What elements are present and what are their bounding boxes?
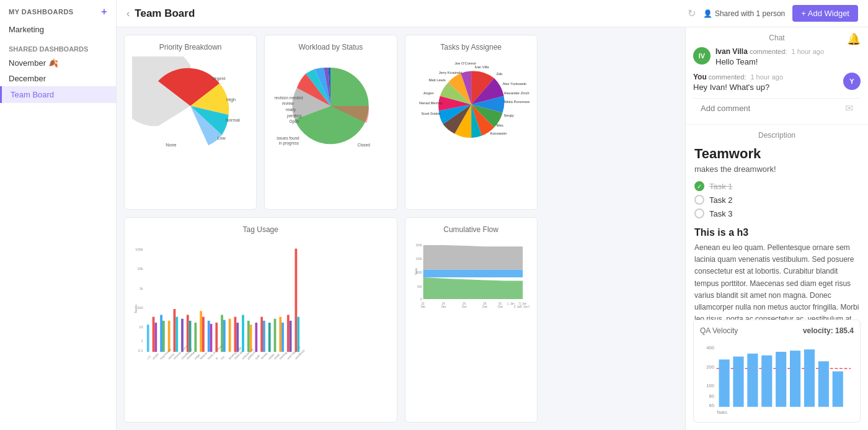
workload-widget: Workload by Status xyxy=(264,35,397,210)
svg-text:Closed: Closed xyxy=(358,143,371,147)
svg-text:Wes: Wes xyxy=(496,123,503,127)
task-item-3: Task 3 xyxy=(694,208,859,218)
task-list: ✓ Task 1 Task 2 Task 3 xyxy=(694,181,859,218)
svg-text:10: 10 xyxy=(139,325,143,329)
svg-text:7. Jan 9...: 7. Jan 9... xyxy=(520,305,529,308)
chat-bell-icon[interactable]: 🔔 xyxy=(847,32,861,46)
chat-meta-ivan: Ivan Villa commented: 1 hour ago xyxy=(715,47,861,56)
svg-text:1500: 1500 xyxy=(415,258,422,261)
svg-rect-67 xyxy=(287,315,290,352)
svg-rect-36 xyxy=(153,317,155,352)
svg-text:Joe O'Connor: Joe O'Connor xyxy=(454,61,476,65)
svg-text:Konstantin: Konstantin xyxy=(490,132,507,135)
qa-velocity-value: 185.4 xyxy=(835,326,854,335)
svg-rect-48 xyxy=(202,317,205,352)
right-panel: Chat 🔔 IV Ivan Villa commented: 1 hour a… xyxy=(685,27,868,430)
description-body: Aenean eu leo quam. Pellentesque ornare … xyxy=(694,242,859,320)
chat-input[interactable] xyxy=(701,104,841,113)
page-title: Team Board xyxy=(135,7,195,20)
svg-text:Matt Lewis: Matt Lewis xyxy=(428,78,445,82)
chat-send-icon[interactable]: ✉ xyxy=(845,102,853,114)
chat-text-you: Hey Ivan! What's up? xyxy=(693,83,838,92)
svg-rect-45 xyxy=(189,321,192,352)
svg-rect-68 xyxy=(290,321,292,352)
svg-rect-47 xyxy=(200,311,202,352)
svg-marker-102 xyxy=(423,277,523,299)
svg-text:400: 400 xyxy=(706,345,714,351)
svg-text:ie: ie xyxy=(215,356,218,360)
workload-title: Workload by Status xyxy=(272,43,389,52)
svg-text:1.0: 1.0 xyxy=(146,355,151,360)
svg-rect-39 xyxy=(162,321,165,352)
svg-text:Tasks: Tasks xyxy=(717,410,728,414)
svg-rect-131 xyxy=(833,371,843,406)
sidebar-item-marketing[interactable]: Marketing xyxy=(0,21,116,38)
svg-rect-49 xyxy=(208,321,210,352)
chat-input-row[interactable]: ✉ xyxy=(693,98,861,118)
task-check-3[interactable] xyxy=(694,208,704,218)
svg-rect-43 xyxy=(181,319,184,352)
add-widget-button[interactable]: + Add Widget xyxy=(792,5,858,22)
task-item-1: ✓ Task 1 xyxy=(694,181,859,191)
svg-text:High: High xyxy=(226,97,236,102)
sidebar-item-december[interactable]: December xyxy=(0,71,116,86)
svg-text:anyfix: anyfix xyxy=(152,352,160,361)
svg-rect-61 xyxy=(260,317,263,352)
svg-rect-60 xyxy=(255,323,257,352)
svg-text:Sergiy: Sergiy xyxy=(503,114,513,117)
svg-text:review: review xyxy=(260,352,268,361)
svg-text:1: 1 xyxy=(141,339,143,343)
my-dashboards-label: MY DASHBOARDS xyxy=(9,8,74,16)
svg-text:revision needed: revision needed xyxy=(275,96,303,100)
svg-text:Ivan Villa: Ivan Villa xyxy=(474,65,489,69)
svg-text:in progress: in progress xyxy=(279,141,299,146)
share-button[interactable]: 👤 Shared with 1 person xyxy=(703,9,785,18)
svg-rect-125 xyxy=(747,354,758,407)
svg-rect-35 xyxy=(147,325,149,352)
svg-text:0: 0 xyxy=(420,298,422,301)
svg-rect-58 xyxy=(247,321,250,352)
svg-text:None: None xyxy=(166,142,176,148)
svg-text:500: 500 xyxy=(417,285,422,289)
task-check-1[interactable]: ✓ xyxy=(694,181,704,191)
sidebar-item-november[interactable]: November 🍂 xyxy=(0,55,116,71)
svg-text:quill: quill xyxy=(255,354,260,360)
qa-velocity-label: velocity: 185.4 xyxy=(803,326,854,335)
svg-rect-38 xyxy=(160,315,162,352)
svg-text:1k: 1k xyxy=(140,287,143,290)
svg-marker-100 xyxy=(423,245,523,270)
svg-text:ios: ios xyxy=(220,355,225,360)
priority-breakdown-widget: Priority Breakdown Urgent High Normal xyxy=(124,35,257,210)
avatar-ivan: IV xyxy=(693,47,711,65)
svg-rect-65 xyxy=(279,317,281,352)
sidebar-item-teamboard[interactable]: Team Board xyxy=(0,86,116,103)
share-label: Shared with 1 person xyxy=(715,9,785,18)
svg-rect-50 xyxy=(210,324,213,352)
back-chevron-icon[interactable]: ‹ xyxy=(126,8,130,19)
svg-text:review: review xyxy=(282,101,294,105)
svg-rect-37 xyxy=(154,323,157,352)
svg-rect-126 xyxy=(761,356,772,407)
svg-rect-130 xyxy=(818,361,829,406)
chat-author-you: You xyxy=(693,73,707,81)
task-label-3: Task 3 xyxy=(709,209,733,218)
svg-text:Low: Low xyxy=(218,135,226,141)
add-dashboard-icon[interactable]: + xyxy=(101,6,107,17)
chat-bubble-ivan: Ivan Villa commented: 1 hour ago Hello T… xyxy=(715,47,861,66)
task-label-2: Task 2 xyxy=(709,195,733,205)
description-heading: Teamwork xyxy=(694,146,859,162)
svg-text:Normal: Normal xyxy=(226,117,241,123)
refresh-icon[interactable]: ↻ xyxy=(688,7,696,19)
cumflow-widget: Cumulative Flow 2000 1500 1000 500 0 Tas… xyxy=(405,217,538,423)
chat-title: Chat 🔔 xyxy=(693,34,861,42)
svg-text:edge: edge xyxy=(194,353,201,360)
teamboard-label: Team Board xyxy=(11,90,54,99)
svg-text:Urgent: Urgent xyxy=(212,76,226,81)
task-check-2[interactable] xyxy=(694,195,704,205)
description-label: Description xyxy=(694,131,859,140)
svg-text:200: 200 xyxy=(706,364,714,370)
person-icon: 👤 xyxy=(703,9,712,18)
svg-rect-124 xyxy=(733,357,743,407)
chat-text-ivan: Hello Team! xyxy=(715,57,861,66)
svg-rect-55 xyxy=(234,317,237,352)
